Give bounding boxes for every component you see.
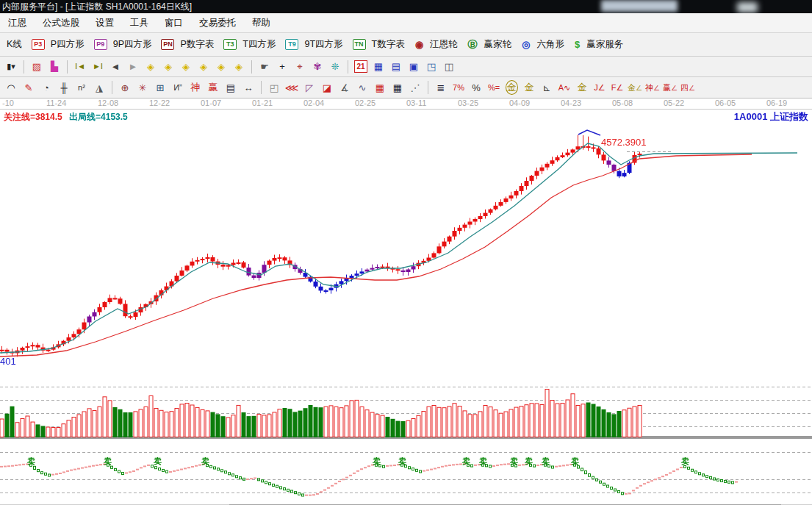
kline-button[interactable]: K线: [4, 38, 25, 51]
window-title: 内部服务平台] - [上证指数 SH1A0001-164日K线]: [2, 1, 192, 12]
angle-ruler-icon[interactable]: ⌖: [292, 60, 308, 74]
button-T四方形[interactable]: T四方形: [240, 38, 279, 51]
date-tick-03-25: 03-25: [458, 99, 478, 108]
button-江恩轮[interactable]: 江恩轮: [427, 38, 461, 51]
gold-line-icon[interactable]: 金: [574, 80, 590, 95]
gann-flower-icon[interactable]: ✾: [309, 60, 326, 74]
span-measure-icon[interactable]: ↔: [240, 80, 256, 95]
menu-item-公式选股[interactable]: 公式选股: [35, 17, 87, 29]
date-tick-11-24: 11-24: [46, 99, 66, 108]
date-tick-03-11: 03-11: [406, 99, 426, 108]
gold-level-icon[interactable]: 金: [521, 80, 537, 95]
f-angle-icon[interactable]: F∠: [609, 80, 625, 95]
zigzag-icon[interactable]: ∿: [354, 80, 370, 95]
menu-item-设置[interactable]: 设置: [87, 17, 122, 29]
crosshair-icon[interactable]: +: [274, 60, 290, 74]
box-select-icon[interactable]: ◰: [266, 80, 282, 95]
si-angle-icon[interactable]: 四∠: [680, 80, 696, 95]
pattern-window-icon[interactable]: ▨: [29, 60, 45, 74]
circle-target-icon[interactable]: ⊕: [117, 80, 133, 95]
grid-red-icon[interactable]: ▦: [372, 80, 388, 95]
tally-icon[interactable]: ╫: [56, 80, 72, 95]
price-scale-icon[interactable]: ≣: [433, 80, 449, 95]
hand-drag-icon[interactable]: ☛: [256, 60, 273, 74]
shen-angle-icon[interactable]: 神∠: [644, 80, 661, 95]
wave-a-icon[interactable]: A∿: [556, 80, 572, 95]
zoom-right-icon[interactable]: ◈: [160, 60, 176, 74]
button-9T四方形[interactable]: 9T四方形: [301, 38, 345, 51]
button-9P四方形[interactable]: 9P四方形: [110, 38, 155, 51]
menu-item-工具[interactable]: 工具: [122, 17, 157, 29]
seven-percent-icon[interactable]: 7%: [450, 80, 467, 95]
calendar-icon[interactable]: 21: [353, 60, 369, 74]
chart-region: -1011-2412-0812-2201-0701-2102-0402-2503…: [0, 99, 812, 504]
flag-triangle-icon[interactable]: ◮: [91, 80, 107, 95]
menu-item-窗口[interactable]: 窗口: [157, 17, 191, 29]
title-bar[interactable]: 内部服务平台] - [上证指数 SH1A0001-164日K线]: [0, 0, 812, 13]
n-square-icon[interactable]: n²: [73, 80, 90, 95]
date-axis: -1011-2412-0812-2201-0701-2102-0402-2503…: [0, 99, 812, 110]
percent-icon[interactable]: %: [468, 80, 484, 95]
gold-circle-icon[interactable]: 金: [503, 80, 520, 95]
ying-angle-icon[interactable]: 赢∠: [662, 80, 678, 95]
grid-target-icon[interactable]: ⊞: [152, 80, 168, 95]
next-bar-icon[interactable]: ►: [125, 60, 141, 74]
button-赢家轮[interactable]: 赢家轮: [481, 38, 515, 51]
zoom-v-expand-icon[interactable]: ◈: [213, 60, 229, 74]
swing-marker-icon[interactable]: И”: [170, 80, 186, 95]
time-circle-icon[interactable]: ◔: [38, 80, 54, 95]
date-tick-01-21: 01-21: [252, 99, 273, 108]
button-P数字表[interactable]: P数字表: [177, 38, 217, 51]
t3-badge-icon: T3: [223, 39, 237, 50]
reference-line-info: 关注线=3814.5 出局线=4153.5: [4, 111, 128, 123]
pen-gauge-icon[interactable]: ⊾: [539, 80, 555, 95]
kline-style-dropdown-icon[interactable]: ▮▾: [3, 60, 19, 74]
menu-item-帮助[interactable]: 帮助: [244, 17, 279, 29]
first-bar-icon[interactable]: Ⅰ◄: [72, 60, 88, 74]
star-target-icon[interactable]: ✳: [134, 80, 151, 95]
menu-item-交易委托[interactable]: 交易委托: [191, 17, 244, 29]
trend-angle-icon[interactable]: ∡: [337, 80, 353, 95]
button-T数字表[interactable]: T数字表: [369, 38, 408, 51]
pencil-icon[interactable]: ✎: [21, 80, 37, 95]
button-六角形[interactable]: 六角形: [533, 38, 567, 51]
arc-compass-icon[interactable]: ◠: [3, 80, 19, 95]
date-tick-01-07: 01-07: [201, 99, 221, 108]
zoom-left-icon[interactable]: ◈: [143, 60, 159, 74]
fan-lines-icon[interactable]: ⋘: [284, 80, 300, 95]
grid-dark-icon[interactable]: ▦: [389, 80, 406, 95]
toolbar-separator: [428, 81, 428, 94]
button-赢家服务[interactable]: 赢家服务: [583, 38, 626, 51]
tn-badge-icon: TN: [353, 39, 366, 50]
t9-badge-icon: T9: [285, 39, 298, 50]
screen-glare-small: [737, 2, 758, 12]
date-tick-12-08: 12-08: [98, 99, 118, 108]
zoom-all-icon[interactable]: ◈: [231, 60, 247, 74]
fan-box-icon[interactable]: ◸: [301, 80, 317, 95]
zoom-h-shrink-icon[interactable]: ◈: [195, 60, 212, 74]
percent-lines-icon[interactable]: %=: [486, 80, 502, 95]
memo-icon[interactable]: ▤: [388, 60, 404, 74]
print-icon[interactable]: ◫: [441, 60, 457, 74]
save-icon[interactable]: ▣: [406, 60, 422, 74]
ying-tool-icon[interactable]: 赢: [205, 80, 221, 95]
gann-swirl-icon[interactable]: ❊: [327, 60, 343, 74]
ruler-123-icon[interactable]: ▤: [223, 80, 239, 95]
kline-chart-canvas[interactable]: [0, 109, 812, 503]
last-bar-icon[interactable]: ►Ⅰ: [90, 60, 106, 74]
toolbar-separator: [112, 81, 112, 94]
gold-angle-icon[interactable]: 金∠: [627, 80, 643, 95]
j-angle-icon[interactable]: J∠: [592, 80, 608, 95]
calculator-icon[interactable]: ▦: [370, 60, 387, 74]
zoom-h-expand-icon[interactable]: ◈: [178, 60, 194, 74]
shen-tool-icon[interactable]: 神: [187, 80, 204, 95]
prev-bar-icon[interactable]: ◄: [107, 60, 123, 74]
drawing-toolbar: ◠✎◔╫n²◮⊕✳⊞И”神赢▤↔◰⋘◸◪∡∿▦▦⋰≣7%%%=金金⊾A∿金J∠F…: [0, 77, 812, 99]
button-P四方形[interactable]: P四方形: [48, 38, 87, 51]
toolbar-separator: [261, 81, 262, 94]
parallel-lines-icon[interactable]: ⋰: [407, 80, 423, 95]
color-histogram-icon[interactable]: ▙: [46, 60, 62, 74]
shade-box-icon[interactable]: ◪: [319, 80, 335, 95]
menu-item-江恩[interactable]: 江恩: [0, 17, 35, 29]
export-icon[interactable]: ◳: [423, 60, 439, 74]
